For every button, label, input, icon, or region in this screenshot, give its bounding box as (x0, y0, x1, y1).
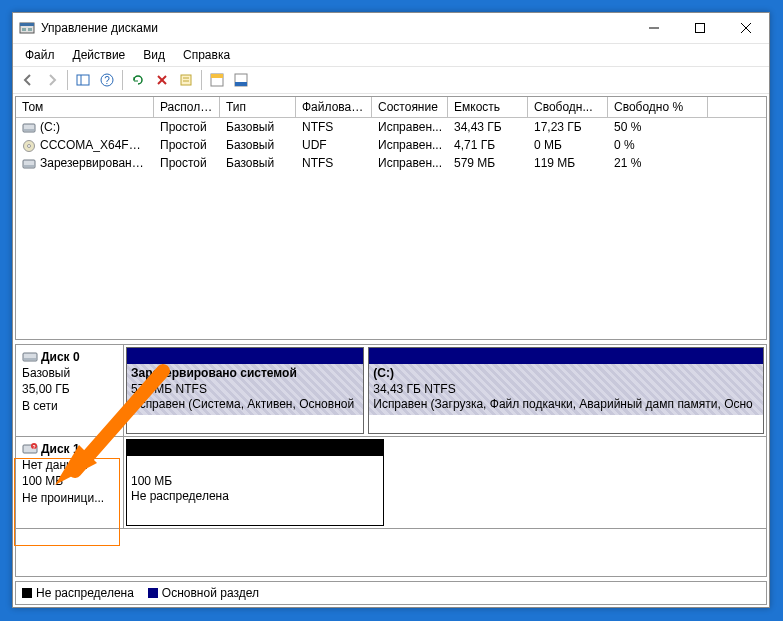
svg-rect-26 (24, 165, 34, 167)
column-header[interactable]: Свободно % (608, 97, 708, 117)
volume-list[interactable]: ТомРасполо...ТипФайловая с...СостояниеЕм… (15, 96, 767, 340)
disk-partitions: Зарезервировано системой579 МБ NTFSИспра… (124, 345, 766, 436)
svg-rect-22 (24, 129, 34, 131)
partition-primary[interactable]: Зарезервировано системой579 МБ NTFSИспра… (126, 347, 364, 434)
svg-rect-14 (181, 75, 191, 85)
tool-delete[interactable] (151, 69, 173, 91)
volume-cell: 4,71 ГБ (448, 136, 528, 154)
menu-action[interactable]: Действие (65, 46, 134, 64)
column-header[interactable]: Располо... (154, 97, 220, 117)
volume-row[interactable]: CCCOMA_X64FRE...ПростойБазовыйUDFИсправе… (16, 136, 766, 154)
volume-cell: 0 МБ (528, 136, 608, 154)
tool-view-bottom[interactable] (230, 69, 252, 91)
svg-rect-28 (24, 358, 36, 360)
tool-view-top[interactable] (206, 69, 228, 91)
volume-cell: 17,23 ГБ (528, 118, 608, 136)
volume-cell: 119 МБ (528, 154, 608, 172)
disk-label[interactable]: Диск 0Базовый35,00 ГБВ сети (16, 345, 124, 436)
disk-row: Диск 0Базовый35,00 ГБВ сетиЗарезервирова… (16, 345, 766, 437)
volume-cell: 579 МБ (448, 154, 528, 172)
volume-row[interactable]: Зарезервировано...ПростойБазовыйNTFSИспр… (16, 154, 766, 172)
disk-map: Диск 0Базовый35,00 ГБВ сетиЗарезервирова… (15, 344, 767, 577)
volume-cell: NTFS (296, 118, 372, 136)
svg-rect-20 (235, 82, 247, 86)
svg-rect-18 (211, 74, 223, 78)
volume-cell: Простой (154, 154, 220, 172)
menu-help[interactable]: Справка (175, 46, 238, 64)
tool-help[interactable]: ? (96, 69, 118, 91)
close-button[interactable] (723, 13, 769, 43)
volume-cell: Простой (154, 136, 220, 154)
svg-text:?: ? (32, 444, 35, 450)
volume-cell: Базовый (220, 154, 296, 172)
partition-primary[interactable]: (C:)34,43 ГБ NTFSИсправен (Загрузка, Фай… (368, 347, 764, 434)
disk-partitions: 100 МБНе распределена (124, 437, 766, 528)
disk-row: ?Диск 1Нет данных100 МБНе проиници...100… (16, 437, 766, 529)
tool-properties[interactable] (175, 69, 197, 91)
volume-cell: Зарезервировано... (16, 154, 154, 172)
legend-unalloc: Не распределена (22, 586, 134, 600)
svg-rect-1 (20, 23, 34, 26)
legend-primary: Основной раздел (148, 586, 259, 600)
toolbar: ? (13, 66, 769, 94)
maximize-button[interactable] (677, 13, 723, 43)
minimize-button[interactable] (631, 13, 677, 43)
svg-rect-3 (28, 28, 32, 31)
volume-cell: Исправен... (372, 154, 448, 172)
volume-cell: UDF (296, 136, 372, 154)
volume-cell: Исправен... (372, 118, 448, 136)
legend: Не распределена Основной раздел (15, 581, 767, 605)
menu-file[interactable]: Файл (17, 46, 63, 64)
volume-cell: 21 % (608, 154, 708, 172)
menu-bar: Файл Действие Вид Справка (13, 43, 769, 66)
svg-text:?: ? (104, 75, 110, 86)
volume-cell: Базовый (220, 136, 296, 154)
tool-refresh[interactable] (127, 69, 149, 91)
volume-cell: (C:) (16, 118, 154, 136)
volume-cell: Базовый (220, 118, 296, 136)
column-header[interactable]: Состояние (372, 97, 448, 117)
volume-cell: Исправен... (372, 136, 448, 154)
partition-unallocated[interactable]: 100 МБНе распределена (126, 439, 384, 526)
svg-point-24 (28, 144, 31, 147)
column-header[interactable]: Емкость (448, 97, 528, 117)
volume-row[interactable]: (C:)ПростойБазовыйNTFSИсправен...34,43 Г… (16, 118, 766, 136)
svg-rect-5 (696, 24, 705, 33)
volume-cell: 0 % (608, 136, 708, 154)
volume-cell: Простой (154, 118, 220, 136)
volume-cell: 34,43 ГБ (448, 118, 528, 136)
menu-view[interactable]: Вид (135, 46, 173, 64)
tool-back[interactable] (17, 69, 39, 91)
app-icon (19, 20, 35, 36)
volume-cell: 50 % (608, 118, 708, 136)
tool-show-hide[interactable] (72, 69, 94, 91)
disk-label[interactable]: ?Диск 1Нет данных100 МБНе проиници... (16, 437, 124, 528)
titlebar: Управление дисками (13, 13, 769, 43)
svg-rect-8 (77, 75, 89, 85)
volume-cell: NTFS (296, 154, 372, 172)
volume-rows: (C:)ПростойБазовыйNTFSИсправен...34,43 Г… (16, 118, 766, 339)
volume-cell: CCCOMA_X64FRE... (16, 136, 154, 154)
tool-forward[interactable] (41, 69, 63, 91)
window-title: Управление дисками (41, 21, 631, 35)
column-header[interactable]: Том (16, 97, 154, 117)
column-header[interactable]: Файловая с... (296, 97, 372, 117)
column-header[interactable]: Тип (220, 97, 296, 117)
svg-rect-2 (22, 28, 26, 31)
column-header[interactable]: Свободн... (528, 97, 608, 117)
volume-columns: ТомРасполо...ТипФайловая с...СостояниеЕм… (16, 97, 766, 118)
